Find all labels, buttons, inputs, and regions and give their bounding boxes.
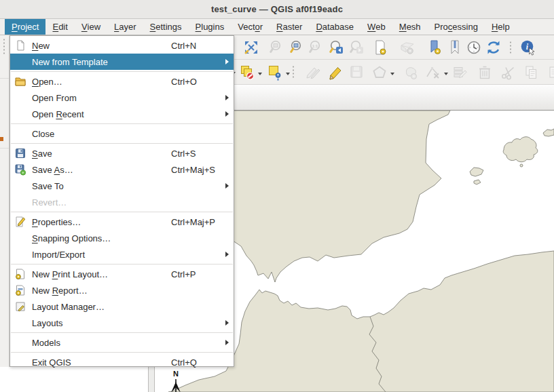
menubar-item-help[interactable]: Help [485, 19, 517, 35]
menu-item-save-as[interactable]: Save As…Ctrl+Maj+S [10, 161, 234, 178]
panel-splitter[interactable] [148, 367, 155, 392]
zoom-to-selection-icon[interactable] [267, 38, 287, 57]
menubar-item-settings[interactable]: Settings [143, 19, 189, 35]
select-by-value-dropdown-icon[interactable] [286, 73, 290, 77]
move-feature-icon[interactable] [402, 63, 421, 82]
menubar-item-raster[interactable]: Raster [270, 19, 309, 35]
qgis-window: test_curve — QGIS af0f19eadc ProjectEdit… [0, 0, 554, 392]
new-3d-map-view-icon[interactable] [398, 38, 417, 57]
layout-icon [12, 268, 29, 280]
toolbar-drag-handle-icon[interactable] [3, 38, 5, 54]
menubar-item-web[interactable]: Web [361, 19, 392, 35]
new-map-view-icon[interactable] [371, 38, 390, 57]
menu-separator [11, 264, 233, 264]
menubar-item-edit[interactable]: Edit [45, 19, 74, 35]
submenu-arrow-icon [224, 111, 231, 117]
deselect-features-icon[interactable] [238, 63, 257, 82]
menu-item-new-report[interactable]: New Report… [10, 282, 234, 298]
vertex-tool-dropdown-icon[interactable] [444, 73, 448, 77]
menu-item-label: Snapping Options… [29, 233, 171, 243]
menu-item-shortcut: Ctrl+P [171, 269, 224, 279]
menu-item-exit-qgis[interactable]: Exit QGISCtrl+Q [10, 354, 234, 370]
menu-item-label: Close [29, 129, 171, 139]
page-icon [12, 39, 29, 52]
vertex-tool-icon[interactable] [424, 63, 443, 82]
delete-selected-icon[interactable] [475, 63, 494, 82]
menu-item-label: New Print Layout… [29, 269, 171, 279]
copy-features-icon[interactable] [522, 63, 541, 82]
menu-item-import-export[interactable]: Import/Export [10, 246, 234, 262]
current-edits-icon[interactable] [304, 63, 323, 82]
menu-item-new[interactable]: NewCtrl+N [10, 37, 234, 54]
deselect-features-dropdown-icon[interactable] [258, 73, 262, 77]
menu-item-open[interactable]: Open…Ctrl+O [10, 73, 234, 90]
toggle-editing-icon[interactable] [327, 63, 346, 82]
menu-separator [11, 352, 233, 353]
save-layer-edits-icon[interactable] [348, 63, 367, 82]
modify-attributes-icon[interactable] [451, 63, 470, 82]
cut-features-icon[interactable] [499, 63, 518, 82]
menu-item-open-recent[interactable]: Open Recent [10, 106, 234, 122]
menubar-item-vector[interactable]: Vector [231, 19, 270, 35]
menubar: ProjectEditViewLayerSettingsPluginsVecto… [0, 19, 554, 35]
menubar-item-plugins[interactable]: Plugins [189, 19, 232, 35]
menu-item-shortcut: Ctrl+N [171, 41, 224, 51]
dock-marker [0, 137, 3, 141]
toolbar-separator [509, 41, 512, 54]
menubar-item-database[interactable]: Database [309, 19, 361, 35]
layers-panel-corner [0, 367, 148, 392]
menubar-item-mesh[interactable]: Mesh [392, 19, 428, 35]
submenu-arrow-icon [224, 339, 231, 346]
layoutmgr-icon [12, 300, 29, 313]
menu-item-label: New [29, 41, 171, 51]
menu-item-label: Open… [29, 77, 171, 87]
report-icon [12, 284, 29, 296]
zoom-to-layer-icon[interactable] [288, 38, 307, 57]
zoom-full-extent-icon[interactable] [242, 38, 261, 57]
menu-item-save[interactable]: SaveCtrl+S [10, 145, 234, 161]
menu-item-layout-manager[interactable]: Layout Manager… [10, 298, 234, 315]
menu-separator [11, 212, 233, 212]
menu-item-label: Revert… [29, 197, 171, 208]
menu-item-label: Save As… [29, 165, 171, 175]
add-polygon-feature-dropdown-icon[interactable] [390, 73, 394, 77]
menu-item-revert[interactable]: Revert… [10, 194, 234, 210]
menu-item-shortcut: Ctrl+O [171, 77, 224, 87]
menubar-item-layer[interactable]: Layer [107, 19, 143, 35]
menu-item-models[interactable]: Models [10, 334, 234, 351]
menu-item-save-to[interactable]: Save To [10, 178, 234, 194]
props-icon [12, 216, 29, 228]
menu-item-properties[interactable]: Properties…Ctrl+Maj+P [10, 214, 234, 230]
submenu-arrow-icon [224, 251, 231, 258]
menu-item-new-from-template[interactable]: New from Template [10, 54, 234, 70]
menu-item-label: Open Recent [29, 109, 171, 119]
new-spatial-bookmark-icon[interactable] [425, 38, 444, 57]
paste-features-icon[interactable] [545, 63, 554, 82]
north-arrow-icon [167, 378, 185, 392]
menubar-item-processing[interactable]: Processing [428, 19, 485, 35]
temporal-controller-icon[interactable] [464, 38, 483, 57]
menu-item-close[interactable]: Close [10, 125, 234, 142]
identify-features-icon[interactable]: i [519, 38, 538, 57]
zoom-last-icon[interactable] [327, 38, 346, 57]
select-by-value-icon[interactable] [265, 63, 284, 82]
menu-item-label: Properties… [29, 217, 171, 227]
menu-item-new-print-layout[interactable]: New Print Layout…Ctrl+P [10, 266, 234, 282]
menubar-item-project[interactable]: Project [5, 19, 45, 35]
menubar-item-view[interactable]: View [75, 19, 107, 35]
menu-item-layouts[interactable]: Layouts [10, 315, 234, 331]
add-polygon-feature-icon[interactable] [370, 63, 389, 82]
north-arrow: N [167, 370, 185, 392]
menu-item-open-from[interactable]: Open From [10, 90, 234, 106]
window-title: test_curve — QGIS af0f19eadc [211, 4, 343, 14]
menu-item-label: Open From [29, 93, 171, 103]
menu-item-label: New Report… [29, 286, 171, 296]
left-dock-edge [0, 35, 10, 367]
menu-item-label: Exit QGIS [29, 357, 171, 368]
zoom-next-icon[interactable] [348, 38, 367, 57]
menu-item-snapping-options[interactable]: Snapping Options… [10, 230, 234, 246]
zoom-native-1-1-icon[interactable]: 1:1 [307, 38, 326, 57]
refresh-icon[interactable] [484, 38, 503, 57]
toolbar-separator [292, 65, 295, 79]
show-spatial-bookmarks-icon[interactable] [445, 38, 464, 57]
